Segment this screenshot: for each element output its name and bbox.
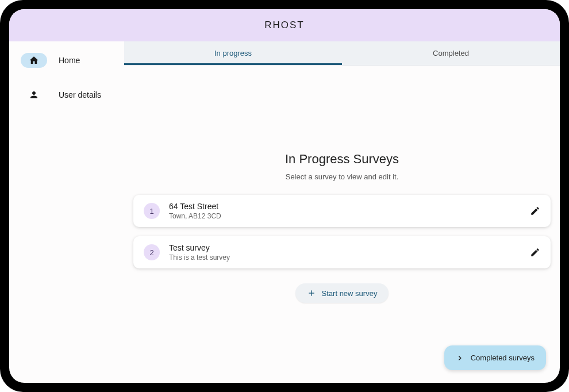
screen: RHOST Home User details [9,9,560,383]
survey-info: Test survey This is a test survey [169,243,530,262]
survey-number-badge: 1 [144,203,160,219]
pencil-icon[interactable] [530,247,540,258]
tab-in-progress[interactable]: In progress [124,41,342,65]
completed-surveys-button[interactable]: Completed surveys [444,345,546,370]
survey-card[interactable]: 1 64 Test Street Town, AB12 3CD [133,195,551,227]
survey-subtitle: This is a test survey [169,253,530,262]
sidebar-item-label: User details [59,90,101,99]
completed-surveys-label: Completed surveys [471,353,535,362]
sidebar-item-label: Home [59,56,80,65]
plus-icon [307,289,316,298]
tab-label: Completed [433,49,469,57]
pencil-icon[interactable] [530,206,540,216]
app-title: RHOST [264,20,305,31]
sidebar: Home User details [9,41,124,383]
start-new-survey-label: Start new survey [322,289,378,298]
survey-subtitle: Town, AB12 3CD [169,212,530,220]
app-header: RHOST [9,9,560,41]
tab-label: In progress [214,49,252,57]
section-heading: In Progress Surveys Select a survey to v… [285,152,399,181]
sidebar-item-home[interactable]: Home [15,48,118,72]
content-body: In Progress Surveys Select a survey to v… [124,66,560,383]
tab-completed[interactable]: Completed [342,41,560,65]
tabs: In progress Completed [124,41,560,66]
survey-title: Test survey [169,243,530,252]
main-area: Home User details In progress Completed [9,41,560,383]
chevron-right-icon [456,354,464,362]
sidebar-item-user-details[interactable]: User details [15,83,118,107]
device-frame: RHOST Home User details [0,0,569,392]
content: In progress Completed In Progress Survey… [124,41,560,383]
survey-number-badge: 2 [144,244,160,260]
section-title: In Progress Surveys [285,152,399,167]
home-icon [21,53,47,68]
survey-card[interactable]: 2 Test survey This is a test survey [133,236,551,268]
survey-title: 64 Test Street [169,202,530,211]
person-icon [21,87,47,102]
survey-info: 64 Test Street Town, AB12 3CD [169,202,530,220]
section-subtitle: Select a survey to view and edit it. [285,172,399,181]
survey-list: 1 64 Test Street Town, AB12 3CD 2 [133,195,551,278]
start-new-survey-button[interactable]: Start new survey [295,283,389,303]
